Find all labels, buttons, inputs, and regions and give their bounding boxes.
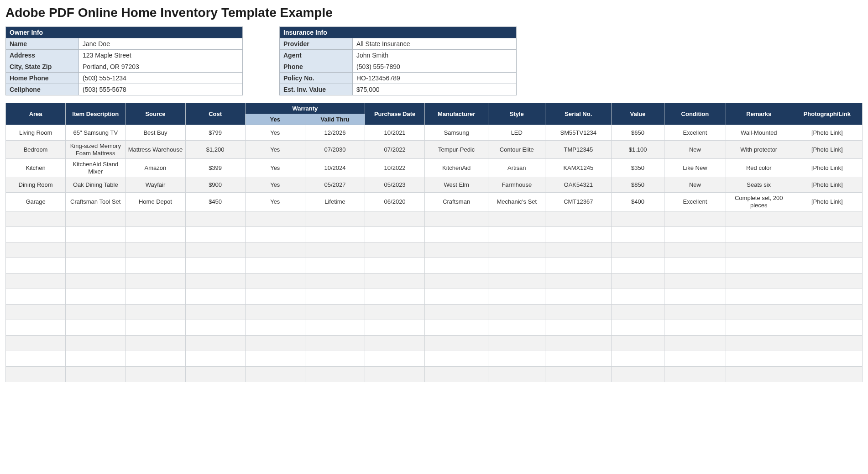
empty-cell (488, 335, 545, 351)
empty-cell (488, 258, 545, 273)
cell-value: $850 (612, 177, 664, 193)
empty-cell (365, 366, 425, 382)
cell-wyes: Yes (245, 159, 305, 177)
empty-cell (425, 273, 488, 289)
empty-cell (792, 335, 862, 351)
empty-cell (726, 351, 792, 366)
cell-remarks: Red color (726, 159, 792, 177)
owner-cellphone-value: (503) 555-5678 (79, 84, 243, 95)
cell-serial: OAK54321 (545, 177, 612, 193)
cell-mfr: West Elm (425, 177, 488, 193)
empty-cell (726, 273, 792, 289)
empty-cell (6, 226, 66, 242)
cell-source: Best Buy (125, 125, 185, 141)
cell-area: Bedroom (6, 141, 66, 159)
table-row-empty (6, 320, 863, 335)
empty-cell (664, 273, 726, 289)
empty-cell (245, 366, 305, 382)
empty-cell (545, 304, 612, 320)
inventory-table: Area Item Description Source Cost Warran… (5, 103, 863, 382)
empty-cell (185, 226, 245, 242)
empty-cell (305, 335, 365, 351)
empty-cell (305, 211, 365, 226)
empty-cell (185, 211, 245, 226)
empty-cell (612, 351, 664, 366)
empty-cell (66, 335, 125, 351)
cell-wthru: 12/2026 (305, 125, 365, 141)
empty-cell (664, 351, 726, 366)
cell-cond: New (664, 177, 726, 193)
empty-cell (125, 273, 185, 289)
empty-cell (365, 320, 425, 335)
empty-cell (488, 226, 545, 242)
empty-cell (365, 273, 425, 289)
insurance-phone-value: (503) 555-7890 (353, 61, 517, 73)
empty-cell (612, 289, 664, 304)
empty-cell (612, 366, 664, 382)
empty-cell (425, 226, 488, 242)
empty-cell (125, 242, 185, 258)
th-warranty-thru: Valid Thru (305, 114, 365, 125)
cell-source: Mattress Warehouse (125, 141, 185, 159)
insurance-phone-label: Phone (280, 61, 353, 73)
info-section: Owner Info Name Jane Doe Address 123 Map… (5, 26, 863, 95)
cell-style: LED (488, 125, 545, 141)
owner-address-label: Address (6, 50, 79, 61)
th-mfr: Manufacturer (425, 103, 488, 125)
cell-cost: $450 (185, 193, 245, 211)
empty-cell (612, 304, 664, 320)
empty-cell (545, 226, 612, 242)
empty-cell (425, 351, 488, 366)
table-row-empty (6, 366, 863, 382)
empty-cell (185, 304, 245, 320)
th-warranty: Warranty (245, 103, 365, 114)
cell-pdate: 10/2022 (365, 159, 425, 177)
th-value: Value (612, 103, 664, 125)
empty-cell (792, 258, 862, 273)
th-cost: Cost (185, 103, 245, 125)
cell-mfr: Samsung (425, 125, 488, 141)
insurance-estvalue-label: Est. Inv. Value (280, 84, 353, 95)
empty-cell (792, 351, 862, 366)
empty-cell (612, 211, 664, 226)
empty-cell (6, 242, 66, 258)
empty-cell (545, 335, 612, 351)
empty-cell (792, 289, 862, 304)
insurance-provider-label: Provider (280, 38, 353, 50)
cell-source: Home Depot (125, 193, 185, 211)
table-row-empty (6, 273, 863, 289)
empty-cell (125, 258, 185, 273)
th-area: Area (6, 103, 66, 125)
cell-photo: [Photo Link] (792, 125, 862, 141)
empty-cell (612, 273, 664, 289)
empty-cell (612, 242, 664, 258)
table-row: BedroomKing-sized Memory Foam MattressMa… (6, 141, 863, 159)
empty-cell (425, 258, 488, 273)
cell-desc: Oak Dining Table (66, 177, 125, 193)
empty-cell (125, 304, 185, 320)
empty-cell (66, 304, 125, 320)
empty-cell (545, 211, 612, 226)
empty-cell (425, 304, 488, 320)
empty-cell (726, 320, 792, 335)
empty-cell (488, 366, 545, 382)
empty-cell (66, 289, 125, 304)
cell-serial: SM55TV1234 (545, 125, 612, 141)
empty-cell (6, 289, 66, 304)
empty-cell (488, 304, 545, 320)
cell-cost: $799 (185, 125, 245, 141)
table-row-empty (6, 242, 863, 258)
empty-cell (545, 366, 612, 382)
th-pdate: Purchase Date (365, 103, 425, 125)
empty-cell (245, 211, 305, 226)
table-row: Dining RoomOak Dining TableWayfair$900Ye… (6, 177, 863, 193)
cell-source: Amazon (125, 159, 185, 177)
empty-cell (365, 289, 425, 304)
owner-cellphone-label: Cellphone (6, 84, 79, 95)
empty-cell (488, 242, 545, 258)
empty-cell (488, 211, 545, 226)
cell-style: Artisan (488, 159, 545, 177)
owner-city-label: City, State Zip (6, 61, 79, 73)
empty-cell (425, 335, 488, 351)
empty-cell (792, 304, 862, 320)
